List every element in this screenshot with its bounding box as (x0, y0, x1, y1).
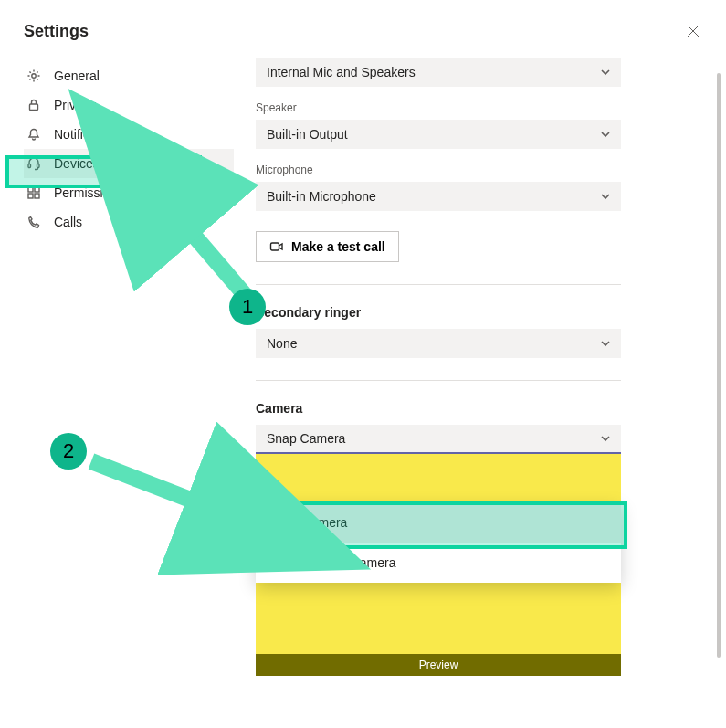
svg-rect-4 (28, 164, 31, 168)
bell-icon (26, 127, 41, 142)
sidebar-item-label: General (54, 69, 100, 83)
svg-rect-5 (37, 164, 40, 168)
select-value: Built-in Microphone (267, 189, 376, 204)
gear-icon (26, 69, 41, 83)
svg-rect-9 (35, 194, 39, 198)
settings-sidebar: General Privacy Notifications Devices Pe… (24, 50, 234, 676)
chevron-down-icon (599, 190, 612, 203)
svg-rect-7 (35, 187, 39, 192)
select-value: Snap Camera (267, 431, 345, 446)
phone-icon (26, 215, 41, 229)
sidebar-item-devices[interactable]: Devices (24, 149, 234, 178)
sidebar-item-calls[interactable]: Calls (24, 207, 234, 237)
select-value: Built-in Output (267, 127, 348, 142)
camera-option-facetime[interactable]: FaceTime HD Camera (256, 543, 621, 583)
preview-label-bar: Preview (256, 654, 621, 676)
button-label: Make a test call (291, 239, 385, 254)
svg-point-2 (32, 74, 36, 78)
audio-device-select[interactable]: Internal Mic and Speakers (256, 58, 621, 87)
svg-rect-8 (28, 194, 33, 198)
speaker-label: Speaker (256, 101, 664, 114)
sidebar-item-permissions[interactable]: Permissions (24, 178, 234, 207)
scrollbar[interactable] (717, 73, 721, 658)
grid-icon (26, 185, 41, 200)
make-test-call-button[interactable]: Make a test call (256, 231, 399, 262)
headset-icon (26, 156, 41, 171)
page-title: Settings (24, 22, 89, 41)
camera-select[interactable]: Snap Camera (256, 425, 621, 454)
sidebar-item-label: Notifications (54, 127, 123, 142)
chevron-down-icon (599, 128, 612, 141)
camera-label: Camera (256, 401, 664, 416)
camera-option-snap[interactable]: Snap Camera (256, 502, 621, 543)
lock-icon (26, 98, 41, 112)
svg-rect-3 (30, 104, 38, 111)
test-call-icon (269, 239, 284, 254)
chevron-down-icon (599, 432, 612, 445)
select-value: None (267, 336, 297, 351)
microphone-label: Microphone (256, 164, 664, 176)
sidebar-item-privacy[interactable]: Privacy (24, 90, 234, 120)
sidebar-item-notifications[interactable]: Notifications (24, 120, 234, 149)
camera-dropdown-panel: Snap Camera FaceTime HD Camera (256, 502, 621, 583)
secondary-ringer-select[interactable]: None (256, 329, 621, 358)
annotation-badge-1: 1 (229, 289, 266, 325)
select-value: Internal Mic and Speakers (267, 65, 416, 79)
sidebar-item-label: Privacy (54, 98, 96, 112)
speaker-select[interactable]: Built-in Output (256, 120, 621, 149)
chevron-down-icon (599, 66, 612, 79)
microphone-select[interactable]: Built-in Microphone (256, 182, 621, 211)
sidebar-item-label: Devices (54, 156, 100, 171)
svg-rect-10 (271, 243, 279, 250)
sidebar-item-label: Permissions (54, 185, 123, 200)
preview-label: Preview (419, 659, 458, 671)
chevron-down-icon (599, 337, 612, 350)
option-label: FaceTime HD Camera (268, 555, 396, 570)
secondary-ringer-label: Secondary ringer (256, 305, 664, 320)
divider (256, 380, 621, 381)
option-label: Snap Camera (268, 515, 347, 530)
svg-rect-6 (28, 187, 33, 192)
divider (256, 284, 621, 285)
annotation-badge-2: 2 (50, 433, 87, 470)
close-button[interactable] (684, 22, 702, 40)
sidebar-item-general[interactable]: General (24, 61, 234, 90)
sidebar-item-label: Calls (54, 215, 82, 229)
